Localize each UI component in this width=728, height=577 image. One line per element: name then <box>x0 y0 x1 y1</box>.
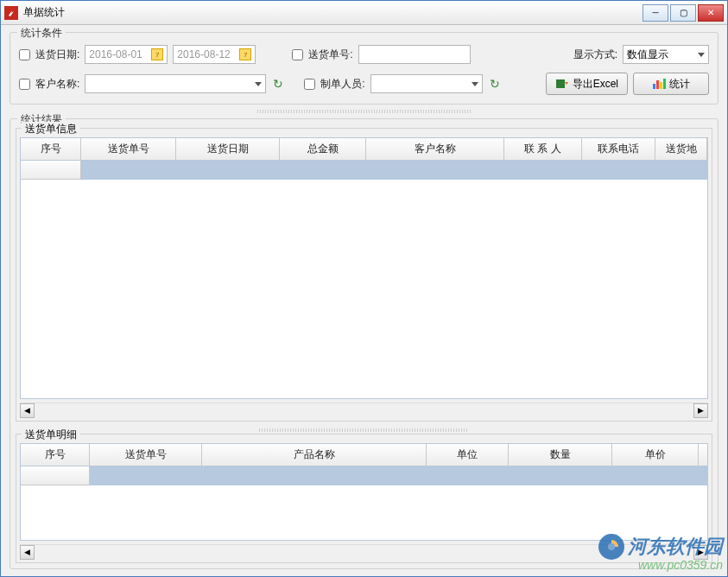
export-excel-button[interactable]: 导出Excel <box>546 73 628 95</box>
chevron-down-icon <box>472 82 478 86</box>
column-header[interactable]: 送货单号 <box>81 138 176 160</box>
svg-rect-0 <box>556 79 565 88</box>
date-from-input[interactable]: 2016-08-01 7 <box>85 45 168 64</box>
column-header[interactable]: 序号 <box>21 138 81 160</box>
creator-select[interactable] <box>370 74 483 93</box>
column-header[interactable]: 联 系 人 <box>504 138 582 160</box>
panel-title: 送货单明细 <box>22 428 80 442</box>
calendar-icon: 7 <box>239 48 251 60</box>
svg-rect-2 <box>656 80 659 89</box>
scroll-right-button[interactable]: ▶ <box>693 403 708 418</box>
display-mode-select[interactable]: 数值显示 <box>623 45 709 64</box>
table-row[interactable] <box>21 466 707 485</box>
column-header[interactable]: 总金额 <box>280 138 366 160</box>
export-icon <box>555 77 569 91</box>
scroll-left-button[interactable]: ◀ <box>20 545 35 560</box>
column-header[interactable]: 数量 <box>509 444 612 466</box>
chevron-down-icon <box>255 82 262 86</box>
separator <box>259 428 468 432</box>
title-bar: 单据统计 ─ ▢ ✕ <box>1 1 727 25</box>
calendar-icon: 7 <box>151 48 163 60</box>
column-header[interactable]: 联系电话 <box>582 138 655 160</box>
delivery-detail-panel: 送货单明细 序号送货单号产品名称单位数量单价 ◀ ▶ <box>16 434 712 563</box>
column-header[interactable]: 单价 <box>612 444 699 466</box>
row-selector[interactable] <box>21 466 90 485</box>
horizontal-scrollbar[interactable]: ◀ ▶ <box>20 544 708 559</box>
creator-label: 制单人员: <box>320 77 364 92</box>
panel-title: 送货单信息 <box>22 122 80 136</box>
display-mode-label: 显示方式: <box>573 48 617 62</box>
results-group: 统计结果 送货单信息 序号送货单号送货日期总金额客户名称联 系 人联系电话送货地… <box>9 118 719 569</box>
table-header-row: 序号送货单号送货日期总金额客户名称联 系 人联系电话送货地 <box>21 138 707 161</box>
delivery-no-input[interactable] <box>358 45 471 64</box>
column-header[interactable]: 产品名称 <box>202 444 427 466</box>
scroll-right-button[interactable]: ▶ <box>693 545 708 560</box>
column-header[interactable]: 单位 <box>427 444 509 466</box>
close-button[interactable]: ✕ <box>698 4 724 22</box>
maximize-button[interactable]: ▢ <box>670 4 696 22</box>
column-header[interactable]: 客户名称 <box>366 138 504 160</box>
horizontal-scrollbar[interactable]: ◀ ▶ <box>20 403 708 417</box>
refresh-icon[interactable]: ↻ <box>488 77 502 91</box>
customer-checkbox[interactable] <box>19 79 30 90</box>
conditions-title: 统计条件 <box>17 26 66 41</box>
chevron-down-icon <box>698 53 705 57</box>
app-icon <box>4 6 18 20</box>
delivery-date-label: 送货日期: <box>35 48 79 62</box>
creator-checkbox[interactable] <box>304 79 315 90</box>
conditions-group: 统计条件 送货日期: 2016-08-01 7 2016-08-12 7 送货单… <box>9 32 719 105</box>
minimize-button[interactable]: ─ <box>643 4 668 22</box>
table-header-row: 序号送货单号产品名称单位数量单价 <box>21 444 707 466</box>
column-header[interactable]: 送货地 <box>655 138 707 160</box>
customer-select[interactable] <box>85 74 266 93</box>
delivery-info-panel: 送货单信息 序号送货单号送货日期总金额客户名称联 系 人联系电话送货地 ◀ ▶ <box>16 128 712 422</box>
svg-rect-4 <box>663 79 666 89</box>
svg-rect-3 <box>660 82 662 89</box>
column-header[interactable]: 序号 <box>21 444 90 466</box>
delivery-no-label: 送货单号: <box>308 48 352 62</box>
column-header[interactable]: 送货单号 <box>90 444 202 466</box>
svg-rect-1 <box>653 84 655 89</box>
stats-button[interactable]: 统计 <box>633 73 709 95</box>
table-row[interactable] <box>21 161 707 180</box>
delivery-no-checkbox[interactable] <box>292 49 303 60</box>
bar-chart-icon <box>652 77 666 91</box>
date-to-input[interactable]: 2016-08-12 7 <box>173 45 256 64</box>
refresh-icon[interactable]: ↻ <box>271 77 285 91</box>
scroll-left-button[interactable]: ◀ <box>20 403 35 418</box>
delivery-date-checkbox[interactable] <box>19 49 30 60</box>
column-header[interactable]: 送货日期 <box>176 138 280 160</box>
row-selector[interactable] <box>21 161 81 180</box>
separator <box>257 110 470 113</box>
customer-label: 客户名称: <box>35 77 79 92</box>
window-title: 单据统计 <box>23 5 643 20</box>
